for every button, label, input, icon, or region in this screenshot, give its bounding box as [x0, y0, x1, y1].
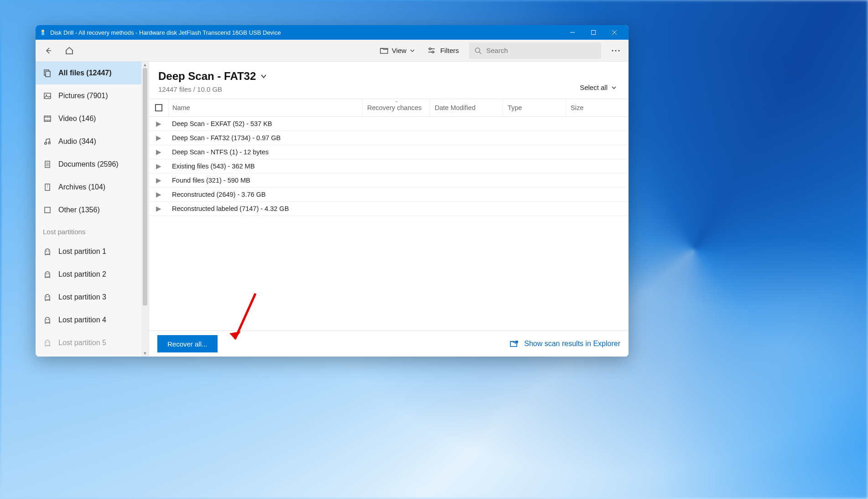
svg-point-42 — [46, 273, 47, 274]
sidebar-item-lost-partition-1[interactable]: Lost partition 1 — [36, 240, 149, 263]
scrollbar-up-icon[interactable]: ▲ — [143, 63, 147, 67]
column-headers: Name ⌄Recovery chances Date Modified Typ… — [149, 99, 629, 117]
recover-all-button[interactable]: Recover all... — [157, 335, 218, 352]
svg-point-40 — [46, 251, 47, 252]
sidebar-item-label: Video (146) — [58, 115, 96, 123]
svg-point-44 — [46, 296, 47, 297]
files-icon — [43, 68, 52, 78]
sliders-icon — [427, 47, 436, 55]
result-rows[interactable]: ▶ Deep Scan - EXFAT (52) - 537 KB ▶ Deep… — [149, 117, 629, 331]
sort-indicator-icon: ⌄ — [395, 98, 398, 103]
maximize-button[interactable] — [583, 25, 604, 40]
ghost-icon — [43, 293, 52, 302]
row-label: Deep Scan - FAT32 (1734) - 0.97 GB — [168, 134, 281, 142]
svg-point-46 — [46, 319, 47, 320]
sidebar-item-archives[interactable]: Archives (104) — [36, 176, 149, 199]
sidebar-item-pictures[interactable]: Pictures (7901) — [36, 84, 149, 107]
table-row[interactable]: ▶ Reconstructed labeled (7147) - 4.32 GB — [149, 202, 629, 216]
view-label: View — [392, 47, 406, 54]
minimize-button[interactable] — [562, 25, 583, 40]
app-icon — [39, 29, 47, 36]
sidebar-item-audio[interactable]: Audio (344) — [36, 130, 149, 153]
sidebar-scroll[interactable]: All files (12447) Pictures (7901) Video … — [36, 62, 149, 357]
scrollbar[interactable]: ▲ ▼ — [141, 62, 149, 357]
col-name[interactable]: Name — [168, 99, 362, 116]
expand-icon[interactable]: ▶ — [149, 148, 168, 156]
sidebar-item-documents[interactable]: Documents (2596) — [36, 153, 149, 176]
svg-point-9 — [429, 48, 431, 50]
search-input[interactable] — [486, 47, 596, 54]
sidebar-item-lost-partition-2[interactable]: Lost partition 2 — [36, 263, 149, 286]
select-all-checkbox[interactable] — [149, 104, 168, 111]
table-row[interactable]: ▶ Deep Scan - FAT32 (1734) - 0.97 GB — [149, 131, 629, 145]
table-row[interactable]: ▶ Existing files (543) - 362 MB — [149, 159, 629, 173]
table-row[interactable]: ▶ Deep Scan - NTFS (1) - 12 bytes — [149, 145, 629, 159]
row-label: Reconstructed (2649) - 3.76 GB — [168, 191, 266, 198]
ghost-icon — [43, 338, 52, 347]
svg-point-45 — [48, 296, 49, 297]
expand-icon[interactable]: ▶ — [149, 205, 168, 212]
row-label: Found files (321) - 590 MB — [168, 177, 250, 184]
svg-rect-1 — [42, 32, 44, 35]
svg-point-16 — [618, 50, 619, 51]
sidebar-item-label: Documents (2596) — [58, 160, 119, 168]
back-button[interactable] — [41, 43, 56, 58]
sidebar: All files (12447) Pictures (7901) Video … — [36, 62, 149, 357]
scan-title-label: Deep Scan - FAT32 — [158, 70, 256, 83]
expand-icon[interactable]: ▶ — [149, 134, 168, 142]
filters-label: Filters — [440, 47, 459, 54]
svg-point-41 — [48, 251, 49, 252]
scrollbar-thumb[interactable] — [143, 68, 147, 305]
sidebar-item-label: Other (1356) — [58, 206, 100, 214]
open-folder-icon — [509, 339, 519, 348]
sidebar-item-label: Lost partition 5 — [58, 339, 106, 347]
folder-view-icon — [380, 47, 388, 55]
expand-icon[interactable]: ▶ — [149, 163, 168, 170]
row-label: Existing files (543) - 362 MB — [168, 163, 255, 170]
table-row[interactable]: ▶ Found files (321) - 590 MB — [149, 173, 629, 188]
sidebar-item-label: Archives (104) — [58, 183, 105, 191]
sidebar-item-lost-partition-5[interactable]: Lost partition 5 — [36, 331, 149, 354]
expand-icon[interactable]: ▶ — [149, 191, 168, 198]
col-type[interactable]: Type — [503, 99, 566, 116]
scan-title-dropdown[interactable]: Deep Scan - FAT32 — [158, 70, 577, 83]
col-recovery[interactable]: ⌄Recovery chances — [362, 99, 430, 116]
search-icon — [474, 47, 482, 54]
close-button[interactable] — [604, 25, 625, 40]
video-icon — [43, 114, 52, 123]
view-dropdown[interactable]: View — [377, 45, 417, 57]
scrollbar-down-icon[interactable]: ▼ — [143, 351, 147, 356]
sidebar-item-label: Lost partition 4 — [58, 316, 106, 324]
svg-point-47 — [48, 319, 49, 320]
sidebar-item-lost-partition-3[interactable]: Lost partition 3 — [36, 286, 149, 309]
table-row[interactable]: ▶ Deep Scan - EXFAT (52) - 537 KB — [149, 117, 629, 131]
sidebar-item-all-files[interactable]: All files (12447) — [36, 62, 149, 84]
titlebar[interactable]: Disk Drill - All recovery methods - Hard… — [36, 25, 629, 40]
table-row[interactable]: ▶ Reconstructed (2649) - 3.76 GB — [149, 188, 629, 202]
col-date[interactable]: Date Modified — [430, 99, 503, 116]
chevron-down-icon — [410, 48, 415, 53]
expand-icon[interactable]: ▶ — [149, 177, 168, 184]
ghost-icon — [43, 315, 52, 325]
filters-button[interactable]: Filters — [425, 45, 462, 57]
sidebar-item-lost-partition-4[interactable]: Lost partition 4 — [36, 309, 149, 331]
chevron-down-icon — [260, 73, 267, 79]
home-button[interactable] — [62, 43, 77, 58]
picture-icon — [43, 91, 52, 100]
row-label: Reconstructed labeled (7147) - 4.32 GB — [168, 205, 289, 212]
svg-point-49 — [48, 342, 49, 343]
show-in-explorer-link[interactable]: Show scan results in Explorer — [509, 339, 620, 348]
select-all-label: Select all — [580, 84, 608, 91]
window-controls — [562, 25, 625, 40]
sidebar-item-video[interactable]: Video (146) — [36, 107, 149, 130]
svg-rect-3 — [592, 31, 596, 35]
svg-point-20 — [46, 95, 47, 96]
more-button[interactable] — [608, 43, 623, 58]
sidebar-item-other[interactable]: Other (1356) — [36, 199, 149, 221]
search-box[interactable] — [469, 42, 601, 59]
col-size[interactable]: Size — [566, 99, 629, 116]
svg-point-48 — [46, 342, 47, 343]
toolbar: View Filters — [36, 40, 629, 62]
select-all-dropdown[interactable]: Select all — [577, 82, 619, 93]
expand-icon[interactable]: ▶ — [149, 120, 168, 127]
